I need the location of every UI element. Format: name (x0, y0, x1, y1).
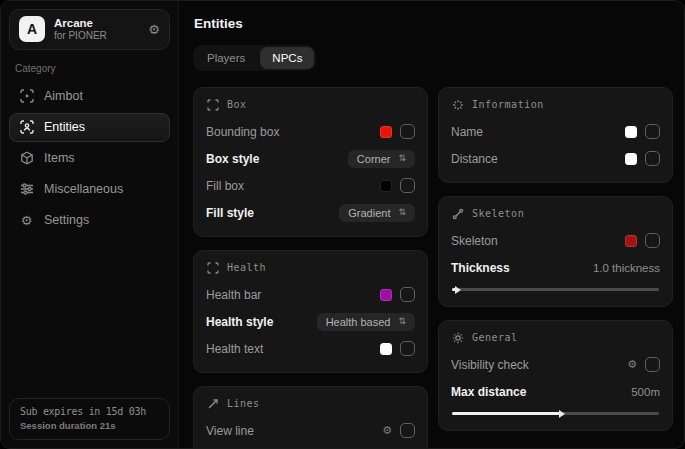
page-title: Entities (194, 16, 673, 31)
crosshair-icon (19, 89, 34, 104)
app-logo: A (19, 16, 45, 42)
setting-row-health-bar: Health bar (206, 283, 415, 306)
sub-expires-text: Sub expires in 15d 03h (20, 406, 159, 417)
color-swatch[interactable] (625, 126, 637, 138)
setting-row-max-distance: Max distance 500m (451, 380, 660, 403)
health-text-checkbox[interactable] (400, 341, 415, 356)
card-title: Health (227, 262, 266, 273)
setting-row-skeleton: Skeleton (451, 229, 660, 252)
tab-bar: Players NPCs (193, 45, 316, 71)
subscription-card: Sub expires in 15d 03h Session duration … (9, 398, 170, 440)
view-line-checkbox[interactable] (400, 423, 415, 438)
sidebar: A Arcane for PIONER ⚙ Category Aimbot (1, 1, 179, 448)
corner-brackets-icon (206, 261, 219, 274)
sidebar-item-label: Settings (44, 213, 89, 227)
sidebar-item-settings[interactable]: ⚙ Settings (9, 206, 170, 235)
session-duration-text: Session duration 21s (20, 420, 159, 431)
setting-row-box-style: Box style Corner ⇅ (206, 147, 415, 170)
max-distance-slider[interactable] (452, 412, 659, 415)
box-card: Box Bounding box Box style Corner ⇅ (193, 87, 428, 237)
thickness-value: 1.0 thickness (593, 262, 660, 274)
card-title: Box (227, 99, 247, 110)
sidebar-item-label: Miscellaneous (44, 182, 123, 196)
bounding-box-checkbox[interactable] (400, 124, 415, 139)
corner-brackets-icon (206, 98, 219, 111)
information-card: Information Name Distance (438, 87, 673, 183)
distance-checkbox[interactable] (645, 151, 660, 166)
unfold-icon: ⇅ (398, 317, 406, 326)
sidebar-item-label: Entities (44, 120, 85, 134)
gear-icon[interactable]: ⚙ (148, 22, 160, 37)
unfold-icon: ⇅ (398, 208, 406, 217)
app-window: A Arcane for PIONER ⚙ Category Aimbot (0, 0, 685, 449)
sidebar-item-items[interactable]: Items (9, 144, 170, 173)
card-title: Information (472, 99, 544, 110)
setting-row-line-to-enemy: Line to enemy ⚙ (206, 446, 415, 448)
app-name: Arcane (54, 16, 139, 30)
entities-icon (19, 120, 34, 135)
tab-players[interactable]: Players (195, 47, 257, 69)
color-swatch[interactable] (625, 235, 637, 247)
max-distance-value: 500m (631, 386, 660, 398)
setting-row-health-text: Health text (206, 337, 415, 360)
setting-row-fill-style: Fill style Gradient ⇅ (206, 201, 415, 224)
gear-icon: ⚙ (19, 213, 34, 228)
tab-npcs[interactable]: NPCs (260, 47, 314, 69)
sliders-icon (19, 182, 34, 197)
setting-row-thickness: Thickness 1.0 thickness (451, 256, 660, 279)
card-title: Skeleton (472, 208, 524, 219)
brand-card: A Arcane for PIONER ⚙ (9, 9, 170, 50)
color-swatch[interactable] (380, 180, 392, 192)
skeleton-checkbox[interactable] (645, 233, 660, 248)
bone-icon (451, 207, 464, 220)
fill-style-select[interactable]: Gradient ⇅ (339, 204, 415, 222)
gear-icon[interactable]: ⚙ (627, 359, 637, 370)
sidebar-item-entities[interactable]: Entities (9, 113, 170, 142)
visibility-check-checkbox[interactable] (645, 357, 660, 372)
box-style-select[interactable]: Corner ⇅ (348, 150, 415, 168)
health-bar-checkbox[interactable] (400, 287, 415, 302)
lines-card: Lines View line ⚙ Line to enemy ⚙ (193, 386, 428, 448)
thickness-slider[interactable] (452, 288, 659, 291)
health-style-select[interactable]: Health based ⇅ (317, 313, 415, 331)
sidebar-item-label: Aimbot (44, 89, 83, 103)
slider-thumb[interactable] (455, 286, 461, 294)
setting-row-distance: Distance (451, 147, 660, 170)
app-subtitle: for PIONER (54, 30, 139, 43)
unfold-icon: ⇅ (398, 154, 406, 163)
sidebar-item-aimbot[interactable]: Aimbot (9, 82, 170, 111)
color-swatch[interactable] (380, 289, 392, 301)
color-swatch[interactable] (380, 343, 392, 355)
slider-thumb[interactable] (559, 410, 565, 418)
health-card: Health Health bar Health style Health ba… (193, 250, 428, 373)
sidebar-item-miscellaneous[interactable]: Miscellaneous (9, 175, 170, 204)
setting-row-fill-box: Fill box (206, 174, 415, 197)
color-swatch[interactable] (625, 153, 637, 165)
setting-row-name: Name (451, 120, 660, 143)
gear-icon[interactable]: ⚙ (382, 425, 392, 436)
setting-row-view-line: View line ⚙ (206, 419, 415, 442)
setting-row-bounding-box: Bounding box (206, 120, 415, 143)
skeleton-card: Skeleton Skeleton Thickness 1.0 thicknes… (438, 196, 673, 307)
sidebar-nav: Aimbot Entities Items (9, 82, 170, 235)
fill-box-checkbox[interactable] (400, 178, 415, 193)
sidebar-item-label: Items (44, 151, 75, 165)
setting-row-visibility-check: Visibility check ⚙ (451, 353, 660, 376)
diagonal-line-icon (206, 397, 219, 410)
color-swatch[interactable] (380, 126, 392, 138)
sun-icon (451, 331, 464, 344)
card-title: Lines (227, 398, 260, 409)
info-icon (451, 98, 464, 111)
category-label: Category (15, 63, 164, 74)
general-card: General Visibility check ⚙ Max distance … (438, 320, 673, 431)
main-content: Entities Players NPCs Box (179, 1, 684, 448)
cube-icon (19, 151, 34, 166)
card-title: General (472, 332, 518, 343)
setting-row-health-style: Health style Health based ⇅ (206, 310, 415, 333)
name-checkbox[interactable] (645, 124, 660, 139)
